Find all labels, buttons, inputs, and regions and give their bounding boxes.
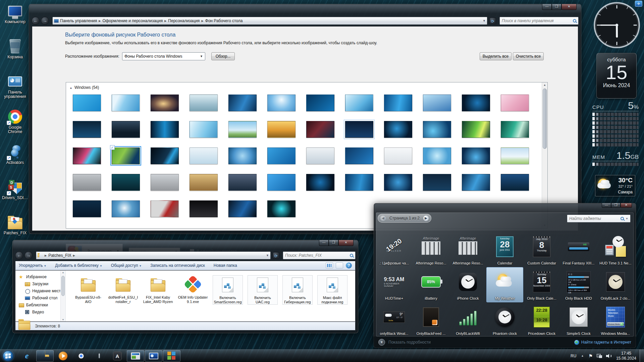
wallpaper-thumbnail[interactable] [384,147,412,164]
close-button[interactable]: ✕ [338,240,354,246]
gadget-item[interactable]: C: ()37.1 GB free of 238 GBD: (Data)129.… [560,267,597,302]
clear-all-button[interactable]: Очистить все [513,52,544,60]
address-dropdown-icon[interactable]: ▼ [483,19,486,22]
wallpaper-thumbnail[interactable] [228,95,257,111]
wallpaper-thumbnail[interactable] [267,200,296,217]
wallpaper-thumbnail[interactable] [306,95,334,111]
gadget-item[interactable]: 85%iBattery [413,267,449,302]
gadget-item[interactable]: OnlyBLack 2 clo... [597,267,634,302]
taskbar-button-internet-explorer[interactable]: e [18,350,36,362]
start-button[interactable] [3,351,13,361]
search-icon[interactable] [573,19,576,22]
gadget-item[interactable]: OnlyBlackFeed ... [413,302,449,338]
wallpaper-thumbnail[interactable] [306,147,334,164]
wallpaper-thumbnail[interactable] [73,200,101,217]
volume-icon[interactable] [606,354,611,358]
desktop-icon-computer[interactable]: Компьютер [2,3,28,35]
gadget-item[interactable]: OnlyBLackWifi [449,302,486,338]
wallpaper-thumbnail[interactable] [501,95,529,111]
chevron-down-icon[interactable]: ▼ [626,217,628,220]
file-item[interactable]: Макс файл подкачки.reg [317,275,347,305]
taskbar-button-gadget-gallery[interactable] [163,350,180,362]
wallpaper-thumbnail[interactable] [423,95,451,111]
gadget-item[interactable]: 9:53 AM6 NOVEMBERSUNDAYHUDTime+ [376,267,413,302]
wallpaper-thumbnail[interactable] [112,174,140,191]
file-item[interactable]: BypassESU-v9-AIO [73,275,103,304]
refresh-button[interactable]: ⟳ [273,252,279,259]
wallpaper-thumbnail[interactable] [112,95,140,111]
sidebar-item-desktop[interactable]: Рабочий стол [15,294,65,301]
gadget-item[interactable]: AfterimageAfterimage Reso... [413,232,449,267]
minimize-button[interactable]: — [602,203,611,208]
wallpaper-thumbnail[interactable] [501,174,529,191]
wallpaper-thumbnail[interactable] [462,174,490,191]
minimize-button[interactable]: — [542,4,552,10]
wallpaper-thumbnail[interactable] [112,200,140,217]
breadcrumb-item[interactable]: Фон Рабочего стола [205,18,243,23]
gadget-item[interactable]: 19:20STALKER.: Цифровые ча... [376,232,413,267]
file-item[interactable]: Включить UAC.reg [248,275,278,305]
gadget-search[interactable]: ▼ [567,215,631,223]
restore-button[interactable]: ❐ [611,203,621,208]
address-folder[interactable]: Patches_FIX [48,253,71,258]
show-details-label[interactable]: Показать подробности [388,340,431,345]
sidebar-item-video[interactable]: Видео [15,308,65,315]
minimize-button[interactable]: — [319,240,329,246]
scroll-up-icon[interactable]: ▲ [542,82,547,88]
address-dropdown-icon[interactable]: ▼ [266,254,269,257]
wallpaper-thumbnail[interactable] [151,95,179,111]
wallpaper-thumbnail[interactable] [306,121,334,138]
location-combo[interactable]: Фоны Рабочего стола Windows▼ [122,52,205,60]
forward-button[interactable]: → [41,17,49,25]
taskbar-button-my-computer[interactable] [91,350,108,362]
wallpaper-thumbnail[interactable] [190,147,218,164]
wallpaper-thumbnail[interactable] [501,121,529,138]
desktop-icon-recycle-bin[interactable]: Корзина [2,39,28,70]
file-item[interactable]: Включить Гибернация.reg [282,275,313,305]
desktop-icon-control-panel[interactable]: Панель управления [2,74,28,106]
gadget-item[interactable]: Phantom clock [486,302,523,338]
taskbar-button-display-settings[interactable] [145,350,162,362]
wallpaper-thumbnail[interactable] [384,95,412,111]
breadcrumb-item[interactable]: Оформление и персонализация [102,18,163,23]
wallpaper-thumbnail[interactable] [73,95,101,111]
wallpaper-thumbnail[interactable] [267,95,296,111]
wallpaper-thumbnail[interactable] [73,121,101,138]
scroll-thumb[interactable] [543,88,547,149]
wallpaper-thumbnail[interactable] [384,121,412,138]
taskbar-button-aimp[interactable]: A [109,350,126,362]
wallpaper-thumbnail[interactable] [151,174,179,191]
maximize-button[interactable]: ❐ [552,4,561,10]
gadget-item[interactable]: tuesday28june 2011Calendar [486,232,523,267]
wallpaper-thumbnail[interactable] [73,174,101,191]
wallpaper-thumbnail[interactable] [267,147,296,164]
show-details-icon[interactable]: ▼ [378,339,385,346]
scroll-thumb[interactable] [61,276,65,296]
browse-button[interactable]: Обзор... [211,52,235,60]
pager-next-icon[interactable]: ▶ [423,215,429,221]
wallpaper-thumbnail[interactable] [306,174,334,191]
wallpaper-thumbnail[interactable] [190,95,218,111]
selected-checkbox[interactable]: ✓ [110,145,115,150]
wallpaper-thumbnail[interactable] [190,174,218,191]
wallpaper-thumbnail[interactable] [267,174,296,191]
forward-button[interactable]: → [24,251,33,259]
gadget-item[interactable]: MBFinal Fantasy XIII... [560,232,597,267]
taskbar-button-media-player[interactable] [54,350,72,362]
taskbar-button-google-chrome[interactable] [72,350,90,362]
wallpaper-thumbnail[interactable] [151,200,179,217]
explorer-search-input[interactable] [285,253,350,258]
back-button[interactable]: ← [15,251,23,259]
analog-clock-gadget[interactable] [593,1,641,49]
gadget-item[interactable]: HUD Time 3.1 Ne... [597,232,634,267]
wallpaper-thumbnail[interactable] [345,147,373,164]
gadget-item[interactable]: July 20108ThursdayCustom Calendar [523,232,560,267]
network-icon[interactable] [597,354,602,358]
change-view-icon[interactable] [326,262,333,268]
desktop-icon-pin[interactable]: ↗Activators [2,144,28,176]
gadget-item[interactable]: SimpleS Clock [560,302,597,338]
desktop-icon-chrome[interactable]: ↗Google Chrome [2,109,28,141]
close-button[interactable]: ✕ [621,203,632,208]
wallpaper-thumbnail[interactable] [190,121,218,138]
wallpaper-thumbnail[interactable]: ✓ [112,147,140,164]
